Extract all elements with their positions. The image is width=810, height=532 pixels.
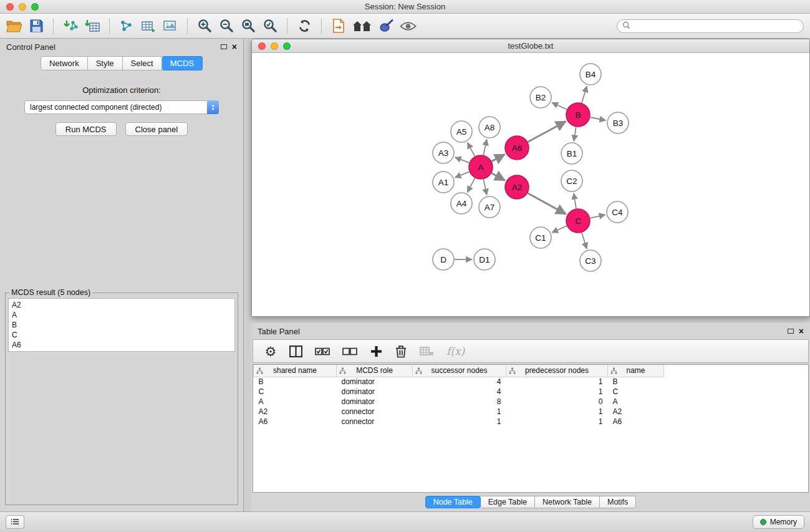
table-row[interactable]: A6connector11A6 — [254, 417, 809, 427]
table-cell[interactable]: 1 — [506, 377, 608, 387]
table-cell[interactable]: dominator — [337, 387, 413, 397]
table-cell[interactable]: 0 — [506, 397, 608, 407]
graph-edge-C-C4[interactable] — [591, 215, 605, 218]
float-table-panel-icon[interactable] — [788, 329, 794, 334]
table-cell[interactable]: A — [608, 397, 664, 407]
column-header-name[interactable]: name — [608, 365, 664, 377]
tab-network-table[interactable]: Network Table — [535, 496, 600, 508]
graph-node-A8[interactable]: A8 — [479, 117, 500, 138]
mcds-result-item[interactable]: A — [12, 310, 231, 320]
search-box[interactable] — [617, 19, 804, 33]
graph-edge-C-C1[interactable] — [552, 226, 567, 233]
table-cell[interactable]: A2 — [608, 407, 664, 417]
table-cell[interactable]: B — [608, 377, 664, 387]
graph-edge-C-C3[interactable] — [582, 233, 587, 249]
graph-node-A6[interactable]: A6 — [505, 136, 529, 160]
tab-edge-table[interactable]: Edge Table — [481, 496, 535, 508]
graph-edge-A-A8[interactable] — [483, 140, 486, 155]
table-cell[interactable]: A2 — [254, 407, 337, 417]
column-header-shared-name[interactable]: shared name — [254, 365, 337, 377]
graph-edge-A-A1[interactable] — [455, 172, 470, 177]
graph-node-B2[interactable]: B2 — [530, 87, 551, 108]
graph-edge-A-A5[interactable] — [468, 143, 475, 157]
minimize-window-button[interactable] — [19, 3, 26, 11]
eye-icon[interactable] — [400, 17, 417, 36]
tab-motifs[interactable]: Motifs — [600, 496, 636, 508]
table-row[interactable]: Cdominator41C — [254, 387, 809, 397]
graph-node-C3[interactable]: C3 — [580, 250, 601, 271]
table-cell[interactable]: 1 — [413, 417, 506, 427]
table-cell[interactable]: C — [608, 387, 664, 397]
graph-node-A[interactable]: A — [469, 155, 493, 179]
table-cell[interactable]: 4 — [413, 387, 506, 397]
graph-node-C2[interactable]: C2 — [561, 170, 582, 191]
graph-node-B4[interactable]: B4 — [580, 64, 601, 85]
gear-icon[interactable]: ⚙ — [264, 345, 277, 358]
column-header-mcds-role[interactable]: MCDS role — [337, 365, 413, 377]
graph-node-C1[interactable]: C1 — [530, 227, 551, 248]
table-cell[interactable]: 8 — [413, 397, 506, 407]
import-network-icon[interactable] — [62, 17, 79, 36]
zoom-network-window-button[interactable] — [283, 42, 291, 50]
graph-node-B3[interactable]: B3 — [607, 112, 629, 133]
graph-node-A2[interactable]: A2 — [505, 175, 529, 199]
graph-edge-B-B4[interactable] — [582, 86, 587, 103]
table-cell[interactable]: 1 — [506, 417, 608, 427]
select-all-icon[interactable] — [315, 347, 330, 355]
graph-node-B[interactable]: B — [566, 103, 590, 127]
column-header-predecessor-nodes[interactable]: predecessor nodes — [506, 365, 608, 377]
float-panel-icon[interactable] — [221, 44, 227, 49]
close-panel-button[interactable]: Close panel — [125, 122, 188, 136]
graph-edge-A-A6[interactable] — [492, 154, 505, 161]
mcds-result-item[interactable]: A2 — [12, 300, 231, 310]
graph-edge-A-A4[interactable] — [467, 178, 475, 193]
graph-edge-A-A7[interactable] — [483, 180, 486, 195]
close-window-button[interactable] — [6, 3, 14, 11]
graph-edge-B-B3[interactable] — [591, 117, 606, 120]
table-row[interactable]: Bdominator41B — [254, 377, 809, 387]
zoom-out-icon[interactable] — [218, 17, 234, 36]
style-icon[interactable] — [378, 17, 394, 36]
graph-node-A5[interactable]: A5 — [451, 121, 472, 142]
graph-edge-C-C2[interactable] — [574, 193, 576, 208]
graph-node-C[interactable]: C — [566, 209, 590, 233]
graph-edge-A-A2[interactable] — [492, 173, 505, 181]
graph-edge-A6-B[interactable] — [528, 122, 566, 142]
graph-node-A3[interactable]: A3 — [433, 142, 454, 163]
refresh-icon[interactable] — [296, 17, 312, 36]
trash-icon[interactable] — [395, 345, 407, 358]
table-cell[interactable]: 1 — [506, 407, 608, 417]
column-header-successor-nodes[interactable]: successor nodes — [413, 365, 506, 377]
memory-button[interactable]: Memory — [753, 515, 804, 529]
tab-select[interactable]: Select — [123, 56, 162, 70]
table-cell[interactable]: dominator — [337, 397, 413, 407]
close-network-window-button[interactable] — [258, 42, 266, 50]
graph-edge-A-A3[interactable] — [455, 157, 470, 163]
graph-node-A1[interactable]: A1 — [433, 172, 454, 193]
table-cell[interactable]: A — [254, 397, 337, 407]
zoom-fit-icon[interactable] — [240, 17, 256, 36]
import-table-icon[interactable] — [84, 17, 100, 36]
add-icon[interactable] — [370, 346, 382, 357]
table-cell[interactable]: 1 — [506, 387, 608, 397]
export-image-icon[interactable] — [162, 17, 178, 36]
zoom-selected-icon[interactable] — [262, 17, 278, 36]
function-builder-icon[interactable]: f(x) — [446, 345, 465, 357]
table-cell[interactable]: A6 — [254, 417, 337, 427]
home-icon[interactable] — [352, 17, 372, 36]
table-row[interactable]: A2connector11A2 — [254, 407, 809, 417]
optimization-dropdown[interactable]: largest connected component (directed) ▲… — [24, 100, 219, 114]
zoom-in-icon[interactable] — [196, 17, 213, 36]
open-icon[interactable] — [6, 17, 22, 36]
graph-node-A4[interactable]: A4 — [451, 193, 472, 214]
table-row[interactable]: Adominator80A — [254, 397, 809, 407]
tab-network[interactable]: Network — [41, 56, 88, 70]
table-cell[interactable]: 1 — [413, 407, 506, 417]
export-table-icon[interactable] — [140, 17, 157, 36]
table-cell[interactable]: dominator — [337, 377, 413, 387]
graph-node-A7[interactable]: A7 — [479, 196, 500, 218]
deselect-all-icon[interactable] — [342, 347, 357, 355]
search-input[interactable] — [634, 22, 798, 31]
tab-mcds[interactable]: MCDS — [162, 56, 203, 70]
table-cell[interactable]: 4 — [413, 377, 506, 387]
